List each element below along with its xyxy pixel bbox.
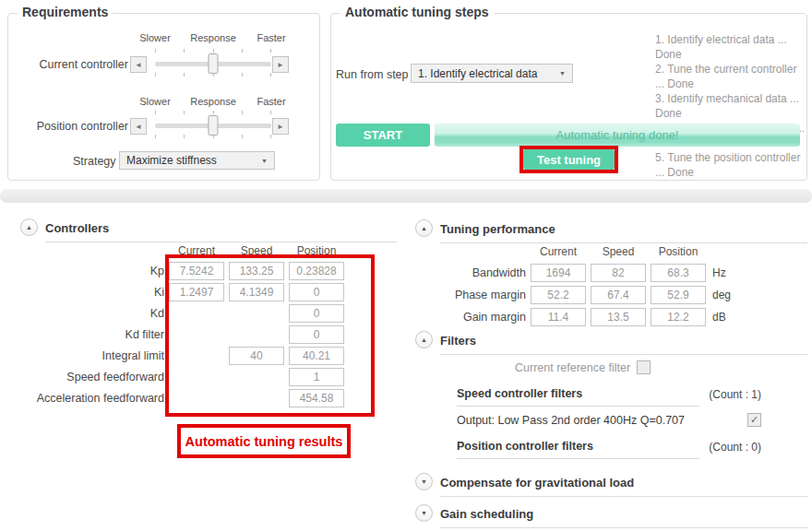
chevron-down-icon: ▼ bbox=[261, 158, 268, 164]
gain-margin-current-input[interactable] bbox=[531, 308, 586, 326]
position-slider-increment-button[interactable]: ► bbox=[272, 118, 289, 135]
position-controller-scale: Slower Response Faster bbox=[155, 96, 271, 107]
position-controller-filters-block: Position controller filters (Count : 0) bbox=[457, 440, 761, 459]
tuning-performance-collapse-button[interactable]: ▲ bbox=[415, 219, 433, 237]
speed-filter-item-label: Output: Low Pass 2nd order 400Hz Q=0.707 bbox=[457, 414, 685, 427]
test-tuning-button[interactable]: Test tuning bbox=[523, 149, 615, 170]
slider-left-icon: ◄ bbox=[135, 61, 142, 69]
tuning-performance-title: Tuning performance bbox=[440, 222, 555, 236]
integral-limit-speed-input[interactable] bbox=[229, 347, 284, 365]
current-slider-decrement-button[interactable]: ◄ bbox=[130, 56, 147, 73]
current-reference-filter-checkbox[interactable] bbox=[637, 360, 651, 374]
position-slider-track[interactable] bbox=[155, 124, 271, 128]
collapse-up-icon: ▲ bbox=[421, 225, 427, 231]
ki-speed-input[interactable] bbox=[229, 283, 284, 301]
tuning-progress-bar: Automatic tuning done! bbox=[435, 124, 800, 147]
current-slider-increment-button[interactable]: ► bbox=[272, 56, 289, 73]
column-header-position: Position bbox=[289, 244, 344, 259]
phase-margin-position-input[interactable] bbox=[651, 286, 706, 304]
kd-position-input[interactable] bbox=[289, 304, 344, 323]
row-label-acceleration-feedforward: Acceleration feedforward bbox=[28, 389, 164, 407]
ticks-top bbox=[155, 49, 271, 53]
filters-collapse-button[interactable]: ▲ bbox=[415, 331, 433, 348]
position-slider-thumb[interactable] bbox=[209, 115, 219, 136]
gain-margin-speed-input[interactable] bbox=[591, 308, 646, 326]
tuning-step: 3. Identify mechanical data ... Done bbox=[655, 91, 806, 121]
annotation-text: Automatic tuning results bbox=[185, 434, 343, 449]
kp-position-input[interactable] bbox=[289, 262, 344, 280]
column-header-current: Current bbox=[169, 244, 224, 259]
gravity-compensation-collapse-button[interactable]: ▼ bbox=[415, 473, 433, 490]
strategy-dropdown[interactable]: Maximize stiffness ▼ bbox=[119, 151, 275, 170]
ki-position-input[interactable] bbox=[289, 283, 344, 301]
phase-margin-speed-input[interactable] bbox=[591, 286, 646, 304]
scale-faster-label: Faster bbox=[257, 32, 285, 43]
auto-tuning-groupbox: Automatic tuning steps 1. Identify elect… bbox=[330, 13, 807, 181]
position-slider-decrement-button[interactable]: ◄ bbox=[130, 118, 147, 135]
ticks-top bbox=[155, 111, 271, 114]
acceleration-feedforward-position-input[interactable] bbox=[289, 389, 344, 407]
gain-scheduling-collapse-button[interactable]: ▼ bbox=[415, 504, 433, 522]
requirements-title: Requirements bbox=[18, 5, 113, 19]
strategy-dropdown-value: Maximize stiffness bbox=[126, 154, 217, 167]
controllers-title: Controllers bbox=[45, 221, 109, 235]
kd-filter-position-input[interactable] bbox=[289, 325, 344, 344]
ki-current-input[interactable] bbox=[169, 283, 224, 301]
kp-current-input[interactable] bbox=[169, 262, 224, 280]
row-label-kd: Kd bbox=[28, 304, 164, 323]
column-header-speed: Speed bbox=[229, 244, 284, 259]
start-button[interactable]: START bbox=[336, 124, 430, 147]
row-label-kd-filter: Kd filter bbox=[28, 325, 164, 344]
checkmark-icon: ✓ bbox=[750, 414, 758, 426]
bandwidth-current-input[interactable] bbox=[531, 264, 586, 282]
gravity-compensation-title: Compensate for gravitational load bbox=[440, 476, 634, 490]
collapse-up-icon: ▲ bbox=[421, 336, 427, 343]
position-controller-label: Position controller bbox=[16, 120, 128, 133]
slider-left-icon: ◄ bbox=[135, 123, 142, 131]
tuning-performance-table: Current Speed Position Bandwidth Hz Phas… bbox=[426, 242, 742, 326]
row-label-bandwidth: Bandwidth bbox=[426, 264, 526, 282]
current-reference-filter-row: Current reference filter bbox=[515, 360, 651, 374]
column-header-position: Position bbox=[651, 245, 706, 260]
run-from-step-dropdown[interactable]: 1. Identify electrical data ▼ bbox=[411, 64, 573, 83]
auto-tuning-title: Automatic tuning steps bbox=[340, 5, 494, 19]
row-label-kp: Kp bbox=[28, 262, 164, 280]
phase-margin-current-input[interactable] bbox=[531, 286, 586, 304]
scale-response-label: Response bbox=[190, 96, 236, 107]
bandwidth-position-input[interactable] bbox=[651, 264, 706, 282]
current-reference-filter-label: Current reference filter bbox=[515, 361, 630, 374]
speed-controller-filters-block: Speed controller filters (Count : 1) bbox=[457, 387, 761, 407]
requirements-groupbox: Requirements Current controller Slower R… bbox=[7, 13, 320, 181]
kp-speed-input[interactable] bbox=[229, 262, 284, 280]
bandwidth-unit: Hz bbox=[710, 264, 742, 282]
row-label-integral-limit: Integral limit bbox=[28, 347, 164, 365]
gain-margin-position-input[interactable] bbox=[651, 308, 706, 326]
current-controller-label: Current controller bbox=[16, 58, 128, 71]
slider-right-icon: ► bbox=[277, 61, 284, 69]
integral-limit-position-input[interactable] bbox=[289, 347, 344, 365]
row-label-speed-feedforward: Speed feedforward bbox=[28, 368, 164, 386]
speed-filter-enabled-checkbox[interactable]: ✓ bbox=[747, 413, 761, 427]
current-slider-thumb[interactable] bbox=[209, 53, 219, 74]
slider-right-icon: ► bbox=[277, 123, 284, 131]
controllers-collapse-button[interactable]: ▲ bbox=[20, 218, 38, 236]
speed-filter-item-row: Output: Low Pass 2nd order 400Hz Q=0.707… bbox=[457, 413, 761, 427]
phase-margin-unit: deg bbox=[710, 286, 742, 304]
collapse-down-icon: ▼ bbox=[421, 510, 427, 516]
tuning-page: Requirements Current controller Slower R… bbox=[0, 0, 812, 531]
scale-slower-label: Slower bbox=[139, 32, 171, 43]
run-from-step-label: Run from step bbox=[336, 68, 409, 81]
current-controller-scale: Slower Response Faster bbox=[155, 32, 271, 43]
tuning-performance-section-header: ▲ Tuning performance bbox=[415, 219, 807, 243]
bandwidth-speed-input[interactable] bbox=[591, 264, 646, 282]
tuning-step: 5. Tune the position controller ... Done bbox=[655, 150, 806, 180]
current-slider-track[interactable] bbox=[155, 62, 271, 66]
tuning-steps-list: 1. Identify electrical data ... Done 2. … bbox=[655, 32, 806, 180]
progress-status-text: Automatic tuning done! bbox=[556, 128, 679, 142]
filters-section-header: ▲ Filters bbox=[415, 331, 807, 355]
test-tuning-highlight-frame: Test tuning bbox=[519, 146, 618, 173]
controllers-section-header: ▲ Controllers bbox=[20, 218, 397, 242]
strategy-label: Strategy bbox=[73, 155, 116, 168]
collapse-down-icon: ▼ bbox=[421, 478, 427, 485]
speed-feedforward-position-input[interactable] bbox=[289, 368, 344, 386]
